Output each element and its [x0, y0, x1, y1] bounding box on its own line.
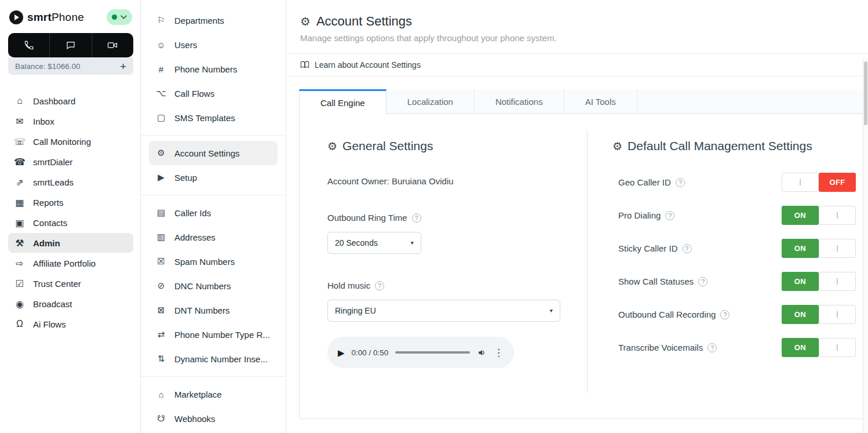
add-balance-button[interactable]: +	[119, 61, 127, 72]
sidebar-item-smrtdialer[interactable]: ☎ smrtDialer	[8, 152, 133, 172]
tab-bar: Call Engine Localization Notifications A…	[299, 89, 863, 114]
tab-notifications[interactable]: Notifications	[475, 89, 564, 114]
store-icon: ⌂	[156, 390, 166, 399]
sidebar-item-contacts[interactable]: ▣ Contacts	[8, 213, 133, 232]
admin-submenu: ⚐ Departments ☺ Users # Phone Numbers ⌥ …	[140, 0, 286, 433]
help-icon[interactable]	[375, 281, 384, 290]
submenu-item-spam-numbers[interactable]: ☒ Spam Numbers	[149, 249, 278, 274]
balance-label: Balance: $1066.00	[15, 62, 81, 71]
help-icon[interactable]	[720, 310, 730, 319]
toggle-state-on: ON	[782, 338, 819, 357]
phone-call-button[interactable]	[8, 33, 49, 57]
sticky-caller-id-toggle[interactable]: ON	[782, 239, 856, 258]
volume-icon[interactable]	[477, 348, 487, 358]
submenu-item-marketplace[interactable]: ⌂ Marketplace	[149, 382, 278, 406]
submenu-item-phone-numbers[interactable]: # Phone Numbers	[149, 57, 278, 81]
help-icon[interactable]	[707, 343, 717, 352]
sidebar-item-broadcast[interactable]: ◉ Broadcast	[8, 294, 133, 314]
chevron-down-icon	[121, 15, 127, 19]
general-settings-heading: General Settings	[342, 139, 433, 153]
audio-progress-bar[interactable]	[395, 351, 470, 354]
headset-icon: Ω	[14, 319, 25, 329]
submenu-item-sms-templates[interactable]: ▢ SMS Templates	[149, 105, 278, 130]
video-call-button[interactable]	[92, 33, 133, 57]
sidebar-item-inbox[interactable]: ✉ Inbox	[8, 111, 133, 131]
help-icon[interactable]	[412, 213, 421, 223]
smrtphone-logo[interactable]: smrtPhone	[9, 10, 84, 24]
help-icon[interactable]	[698, 277, 707, 286]
sidebar-item-ai-flows[interactable]: Ω Ai Flows	[8, 314, 133, 334]
scrollbar-thumb[interactable]	[864, 61, 867, 125]
submenu-item-users[interactable]: ☺ Users	[149, 32, 278, 57]
submenu-item-caller-ids[interactable]: ▤ Caller Ids	[149, 201, 278, 225]
kebab-menu-icon[interactable]	[494, 347, 504, 359]
submenu-item-dynamic-number-insertion[interactable]: ⇅ Dynamic Number Inse...	[149, 347, 278, 371]
sidebar-item-smrtleads[interactable]: ⇗ smrtLeads	[8, 172, 133, 192]
tab-localization[interactable]: Localization	[386, 89, 475, 114]
tab-call-engine[interactable]: Call Engine	[299, 89, 386, 114]
vertical-scrollbar[interactable]	[863, 58, 868, 433]
help-icon[interactable]	[676, 178, 685, 187]
geo-caller-id-label: Geo Caller ID	[618, 177, 671, 187]
help-icon[interactable]	[683, 244, 692, 253]
building-icon: ⚐	[156, 15, 166, 26]
transcribe-voicemails-toggle[interactable]: ON	[782, 338, 856, 357]
toggle-row-geo-caller-id: Geo Caller ID OFF	[612, 173, 856, 192]
sidebar-item-admin[interactable]: ⚒ Admin	[8, 233, 133, 253]
insert-icon: ⇅	[156, 354, 166, 364]
toggle-neutral-segment	[819, 206, 856, 225]
status-badge[interactable]	[107, 9, 132, 25]
address-book-icon: ▥	[156, 232, 166, 242]
sidebar-item-trust-center[interactable]: ☑ Trust Center	[8, 274, 133, 293]
submenu-item-account-settings[interactable]: ⚙ Account Settings	[149, 141, 278, 165]
submenu-item-dnt-numbers[interactable]: ⊠ DNT Numbers	[149, 298, 278, 322]
learn-about-link[interactable]: Learn about Account Settings	[286, 53, 868, 77]
sidebar-item-reports[interactable]: ▦ Reports	[8, 192, 133, 212]
divider	[141, 195, 286, 195]
outbound-ring-time-select[interactable]: 20 Seconds	[327, 232, 421, 254]
submenu-item-addresses[interactable]: ▥ Addresses	[149, 225, 278, 249]
submenu-item-dnc-numbers[interactable]: ⊘ DNC Numbers	[149, 274, 278, 298]
toggle-state-on: ON	[782, 272, 819, 291]
gear-icon: ⚙	[300, 16, 311, 27]
toggle-row-sticky-caller-id: Sticky Caller ID ON	[612, 239, 856, 258]
users-icon: ☺	[156, 40, 166, 50]
tabs-area: Call Engine Localization Notifications A…	[299, 89, 863, 419]
submenu-item-departments[interactable]: ⚐ Departments	[149, 8, 278, 32]
sidebar-item-affiliate-portfolio[interactable]: ⇨ Affiliate Portfolio	[8, 253, 133, 273]
toggle-neutral-segment	[782, 173, 819, 192]
submenu-item-call-flows[interactable]: ⌥ Call Flows	[149, 81, 278, 105]
submenu-item-setup[interactable]: ▶ Setup	[149, 165, 278, 190]
toggle-row-show-call-statuses: Show Call Statuses ON	[612, 272, 856, 291]
tab-ai-tools[interactable]: AI Tools	[564, 89, 637, 114]
page-title: Account Settings	[316, 14, 412, 29]
hold-music-select[interactable]: Ringing EU	[327, 300, 560, 322]
toggle-row-transcribe-voicemails: Transcribe Voicemails ON	[612, 338, 856, 357]
outbound-call-recording-toggle[interactable]: ON	[782, 305, 856, 324]
sidebar-item-dashboard[interactable]: ⌂ Dashboard	[8, 91, 133, 111]
flow-icon: ⌥	[156, 88, 166, 99]
hold-music-audio-player: 0:00 / 0:50	[327, 337, 514, 368]
toggle-neutral-segment	[819, 239, 856, 258]
geo-caller-id-toggle[interactable]: OFF	[782, 173, 856, 192]
sidebar-item-call-monitoring[interactable]: ☏ Call Monitoring	[8, 132, 133, 151]
message-button[interactable]	[49, 33, 91, 57]
main-content: ⚙ Account Settings Manage settings optio…	[286, 0, 868, 433]
submenu-item-phone-number-type-r[interactable]: ⇄ Phone Number Type R...	[149, 322, 278, 347]
sidebar-nav: ⌂ Dashboard ✉ Inbox ☏ Call Monitoring ☎ …	[8, 84, 133, 334]
submenu-item-webhooks[interactable]: ☋ Webhooks	[149, 406, 278, 431]
affiliate-icon: ⇨	[14, 258, 25, 269]
chevron-down-icon	[549, 307, 553, 314]
play-button[interactable]	[338, 348, 345, 357]
balance-bar: Balance: $1066.00 +	[8, 57, 133, 75]
swap-icon: ⇄	[156, 329, 166, 340]
pro-dialing-toggle[interactable]: ON	[782, 206, 856, 225]
call-engine-panel: ⚙ General Settings Account Owner: Buruia…	[299, 114, 863, 419]
toggle-state-off: OFF	[819, 173, 856, 192]
spam-phone-icon: ☒	[156, 256, 166, 267]
show-call-statuses-toggle[interactable]: ON	[782, 272, 856, 291]
toggle-state-on: ON	[782, 206, 819, 225]
help-icon[interactable]	[665, 211, 674, 220]
logo-row: smrtPhone	[8, 8, 133, 33]
brand-name: smrtPhone	[27, 11, 84, 24]
